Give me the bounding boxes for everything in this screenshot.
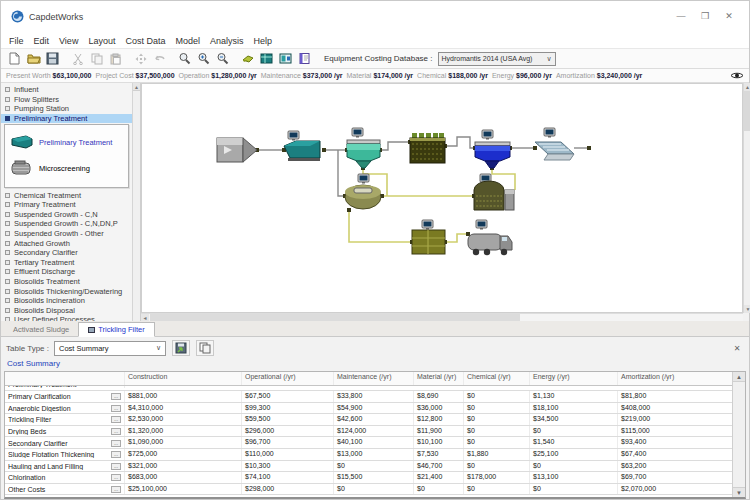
table-row[interactable]: Secondary Clarifier... $1,090,000 $96,70… [5, 437, 732, 449]
copy-icon[interactable] [87, 50, 106, 67]
minimize-button[interactable]: — [669, 7, 693, 25]
sidebar-item-label: Biosolids Incineration [14, 296, 85, 305]
table-row[interactable]: Drying Beds... $1,320,000 $296,000 $124,… [5, 426, 732, 438]
maximize-button[interactable]: ❒ [693, 7, 717, 25]
copy-table-button[interactable] [196, 340, 214, 356]
sidebar-item[interactable]: Attached Growth [1, 238, 133, 248]
menu-item[interactable]: Analysis [205, 36, 249, 46]
table-type-combobox[interactable]: Cost Summary ∨ [54, 341, 166, 356]
menu-item[interactable]: Cost Data [120, 36, 170, 46]
cut-icon[interactable] [68, 50, 87, 67]
flotation-thickener-unit[interactable] [345, 174, 381, 209]
sidebar-item-label: Biosolids Disposal [14, 306, 75, 315]
sidebar-item[interactable]: Primary Treatment [1, 200, 133, 210]
flowsheet-tab-bar: Activated Sludge Trickling Filter [1, 321, 749, 337]
sidebar-item-label: Primary Treatment [14, 200, 76, 209]
close-panel-icon[interactable]: ✕ [730, 342, 744, 355]
secondary-clarifier-unit[interactable] [475, 130, 510, 168]
chemical-cell: $0 [464, 391, 530, 402]
row-detail-button[interactable]: ... [111, 416, 121, 423]
sidebar-item[interactable]: Biosolids Disposal [1, 306, 133, 316]
drying-beds-unit[interactable] [412, 220, 445, 254]
menu-item[interactable]: File [4, 36, 29, 46]
zoom-out-icon[interactable] [213, 50, 232, 67]
row-detail-button[interactable]: ... [111, 463, 121, 470]
effluent-discharge-unit[interactable] [535, 128, 574, 160]
row-detail-button[interactable]: ... [111, 428, 121, 435]
table-row[interactable]: Sludge Flotation Thickening... $725,000 … [5, 449, 732, 461]
new-file-icon[interactable] [5, 50, 24, 67]
export-table-button[interactable] [172, 340, 190, 356]
sidebar-item[interactable]: Effluent Discharge [1, 267, 133, 277]
visibility-eye-icon[interactable] [730, 71, 744, 81]
paste-icon[interactable] [106, 50, 125, 67]
sidebar-item[interactable]: Suspended Growth - C,N [1, 210, 133, 220]
hauling-truck-unit[interactable] [468, 220, 512, 255]
scrollbar-thumb[interactable] [150, 314, 520, 321]
pan-icon[interactable] [131, 50, 150, 67]
save-icon[interactable] [43, 50, 62, 67]
scroll-up-icon[interactable]: ▲ [733, 372, 745, 382]
sidebar-item[interactable]: Tertiary Treatment [1, 258, 133, 268]
data-table-icon[interactable] [257, 50, 276, 67]
flowsheet-canvas[interactable] [141, 83, 743, 313]
flowsheet-icon[interactable] [276, 50, 295, 67]
sidebar-item[interactable]: Preliminary Treatment [1, 114, 133, 124]
trickling-filter-unit[interactable] [410, 133, 445, 163]
table-row[interactable]: Chlorination... $683,000 $74,100 $15,500… [5, 472, 732, 484]
scrollbar-thumb[interactable] [744, 91, 750, 131]
menu-item[interactable]: Edit [29, 36, 55, 46]
sidebar-item[interactable]: Biosolids Incineration [1, 296, 133, 306]
menu-item[interactable]: Model [170, 36, 205, 46]
sidebar-item[interactable]: Suspended Growth - C,N,DN,P [1, 219, 133, 229]
sidebar-item[interactable]: Biosolids Thickening/Dewatering [1, 286, 133, 296]
palette-icon[interactable] [238, 50, 257, 67]
sidebar-item[interactable]: Pumping Station [1, 104, 133, 114]
close-button[interactable]: ✕ [717, 7, 741, 25]
table-row[interactable]: Primary Clarification... $881,000 $67,50… [5, 391, 732, 403]
sidebar-item[interactable]: Secondary Clarifier [1, 248, 133, 258]
tab-trickling-filter[interactable]: Trickling Filter [78, 322, 154, 337]
sidebar-item[interactable]: Flow Splitters [1, 95, 133, 105]
anaerobic-digester-unit[interactable] [474, 174, 514, 210]
sidebar-item[interactable]: Biosolids Treatment [1, 277, 133, 287]
canvas-horizontal-scrollbar[interactable]: ◄ [141, 313, 743, 321]
influent-unit[interactable] [217, 138, 257, 162]
open-folder-icon[interactable] [24, 50, 43, 67]
scroll-down-icon[interactable]: ▼ [744, 305, 750, 313]
scroll-up-icon[interactable]: ▲ [133, 83, 140, 91]
sidebar-scrollbar[interactable]: ▲ [132, 83, 140, 321]
table-row[interactable]: Hauling and Land Filling... $321,000 $10… [5, 461, 732, 473]
menu-item[interactable]: View [54, 36, 83, 46]
report-icon[interactable] [295, 50, 314, 67]
scroll-up-icon[interactable]: ▲ [744, 83, 750, 91]
sidebar-item[interactable]: Suspended Growth - Other [1, 229, 133, 239]
sidebar-item[interactable]: Influent [1, 85, 133, 95]
scroll-down-icon[interactable]: ▼ [733, 487, 745, 497]
row-detail-button[interactable]: ... [111, 405, 121, 412]
table-row[interactable]: Trickling Filter... $2,530,000 $59,500 $… [5, 414, 732, 426]
sidebar-item[interactable]: Chemical Treatment [1, 190, 133, 200]
undo-icon[interactable] [150, 50, 169, 67]
menu-item[interactable]: Layout [83, 36, 120, 46]
row-detail-button[interactable]: ... [111, 486, 121, 493]
tab-activated-sludge[interactable]: Activated Sludge [4, 323, 78, 336]
preliminary-treatment-unit[interactable] [284, 131, 320, 161]
palette-item-microscreening[interactable]: Microscreening [7, 155, 126, 181]
row-detail-button[interactable]: ... [111, 451, 121, 458]
chemical-cell: $0 [464, 437, 530, 448]
row-detail-button[interactable]: ... [111, 393, 121, 400]
table-scrollbar[interactable]: ▲ ▼ [732, 372, 745, 497]
row-detail-button[interactable]: ... [111, 474, 121, 481]
menu-item[interactable]: Help [248, 36, 277, 46]
table-row[interactable]: Anaerobic Digestion... $4,310,000 $99,30… [5, 403, 732, 415]
primary-clarifier-unit[interactable] [347, 128, 380, 168]
zoom-icon[interactable] [175, 50, 194, 67]
zoom-in-icon[interactable] [194, 50, 213, 67]
palette-item-preliminary-treatment[interactable]: Preliminary Treatment [7, 129, 126, 155]
row-detail-button[interactable]: ... [111, 440, 121, 447]
construction-cell: $2,530,000 [125, 414, 242, 425]
canvas-vertical-scrollbar[interactable]: ▲ ▼ [743, 83, 750, 313]
table-row[interactable]: Other Costs... $25,100,000 $298,000 $0 $… [5, 484, 732, 496]
database-combobox[interactable]: Hydromantis 2014 (USA Avg) ∨ [438, 52, 556, 66]
